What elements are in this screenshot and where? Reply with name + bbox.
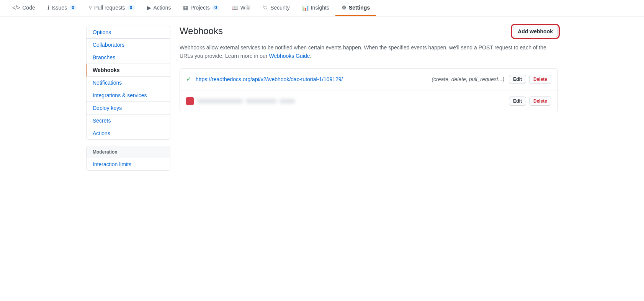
insights-icon: 📊	[302, 5, 309, 11]
security-icon: 🛡	[263, 5, 268, 11]
description-text: Webhooks allow external services to be n…	[180, 44, 546, 59]
webhooks-guide-link[interactable]: Webhooks Guide	[269, 53, 310, 59]
sidebar-section-main: Options Collaborators Branches Webhooks …	[86, 26, 170, 140]
nav-label-wiki: Wiki	[240, 5, 250, 11]
sidebar-item-actions[interactable]: Actions	[87, 127, 170, 139]
nav-item-pull-requests[interactable]: ⑂ Pull requests 0	[83, 0, 141, 16]
sidebar-item-interaction-limits[interactable]: Interaction limits	[87, 158, 170, 170]
settings-icon: ⚙	[342, 5, 347, 11]
nav-label-code: Code	[22, 5, 35, 11]
nav-label-actions: Actions	[154, 5, 171, 11]
main-content: Webhooks Add webhook Webhooks allow exte…	[180, 26, 558, 177]
issues-icon: ℹ	[47, 5, 49, 11]
nav-label-pull-requests: Pull requests	[94, 5, 125, 11]
sidebar-item-integrations-services[interactable]: Integrations & services	[87, 89, 170, 102]
nav-label-projects: Projects	[190, 5, 210, 11]
pull-requests-icon: ⑂	[89, 5, 92, 11]
nav-label-security: Security	[270, 5, 290, 11]
nav-item-issues[interactable]: ℹ Issues 0	[41, 0, 83, 16]
webhooks-description: Webhooks allow external services to be n…	[180, 43, 558, 61]
add-webhook-button[interactable]: Add webhook	[513, 26, 558, 37]
webhook-delete-button-1[interactable]: Delete	[529, 75, 551, 84]
webhook-delete-button-2[interactable]: Delete	[529, 97, 551, 106]
webhook-url-1[interactable]: https://readthedocs.org/api/v2/webhook/d…	[196, 76, 425, 82]
webhook-status-success-icon: ✓	[186, 75, 191, 83]
nav-label-issues: Issues	[52, 5, 67, 11]
nav-item-wiki[interactable]: 📖 Wiki	[226, 0, 257, 16]
sidebar-item-options[interactable]: Options	[87, 26, 170, 39]
sidebar: Options Collaborators Branches Webhooks …	[86, 26, 170, 177]
webhook-edit-button-2[interactable]: Edit	[509, 97, 526, 106]
webhook-blurred-icon	[186, 97, 194, 105]
webhook-actions-2: Edit Delete	[509, 97, 551, 106]
nav-label-settings: Settings	[349, 5, 370, 11]
nav-item-security[interactable]: 🛡 Security	[257, 0, 296, 16]
webhook-item-2: Edit Delete	[180, 90, 557, 112]
webhook-blurred-text-1	[197, 99, 243, 103]
page-title: Webhooks	[180, 26, 223, 36]
content-area: Options Collaborators Branches Webhooks …	[77, 26, 567, 177]
issues-badge: 0	[69, 5, 77, 10]
webhook-blurred-text-2	[246, 99, 276, 103]
sidebar-section-moderation: Moderation Interaction limits	[86, 146, 170, 171]
nav-item-code[interactable]: </> Code	[6, 0, 41, 16]
webhook-blurred-content	[186, 97, 504, 105]
nav-item-settings[interactable]: ⚙ Settings	[335, 0, 376, 16]
sidebar-section-moderation-header: Moderation	[87, 146, 170, 158]
projects-badge: 0	[212, 5, 219, 10]
nav-label-insights: Insights	[311, 5, 329, 11]
projects-icon: ▦	[183, 5, 188, 11]
nav-item-insights[interactable]: 📊 Insights	[296, 0, 335, 16]
sidebar-item-secrets[interactable]: Secrets	[87, 115, 170, 127]
webhooks-guide-link-text: Webhooks Guide	[269, 53, 310, 59]
wiki-icon: 📖	[232, 5, 238, 11]
webhook-list: ✓ https://readthedocs.org/api/v2/webhook…	[180, 68, 558, 112]
webhook-edit-button-1[interactable]: Edit	[509, 75, 526, 84]
nav-item-projects[interactable]: ▦ Projects 0	[177, 0, 225, 16]
webhook-blurred-text-3	[280, 99, 295, 103]
top-nav: </> Code ℹ Issues 0 ⑂ Pull requests 0 ▶ …	[0, 0, 644, 16]
webhook-events-1: (create, delete, pull_request...)	[432, 76, 504, 82]
page-header: Webhooks Add webhook	[180, 26, 558, 37]
sidebar-item-webhooks[interactable]: Webhooks	[87, 64, 170, 77]
sidebar-item-notifications[interactable]: Notifications	[87, 77, 170, 89]
code-icon: </>	[12, 5, 20, 11]
pull-requests-badge: 0	[127, 5, 135, 10]
actions-icon: ▶	[147, 5, 151, 11]
nav-item-actions[interactable]: ▶ Actions	[141, 0, 177, 16]
sidebar-item-deploy-keys[interactable]: Deploy keys	[87, 102, 170, 115]
sidebar-item-collaborators[interactable]: Collaborators	[87, 39, 170, 51]
sidebar-item-branches[interactable]: Branches	[87, 51, 170, 64]
webhook-item-1: ✓ https://readthedocs.org/api/v2/webhook…	[180, 69, 557, 90]
webhook-actions-1: Edit Delete	[509, 75, 551, 84]
